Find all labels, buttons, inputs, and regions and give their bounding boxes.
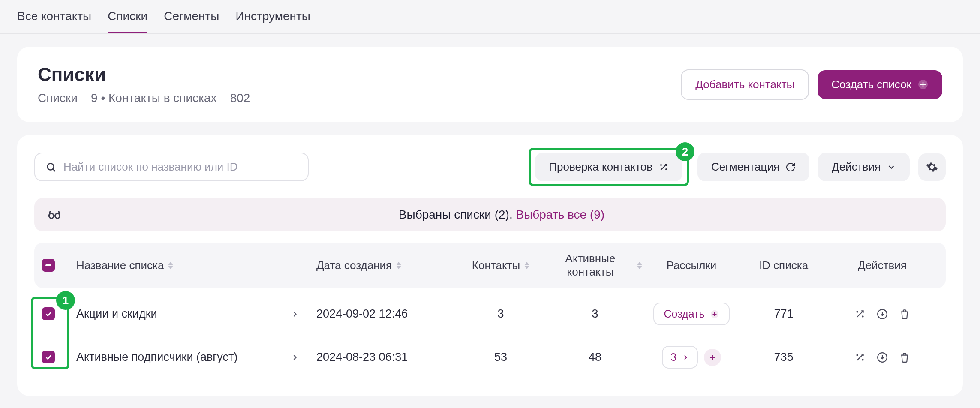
gear-icon <box>926 161 938 173</box>
row-contacts: 53 <box>454 351 548 364</box>
svg-point-16 <box>857 311 857 312</box>
download-icon[interactable] <box>877 352 888 363</box>
col-id-label: ID списка <box>759 259 808 272</box>
magic-wand-icon[interactable] <box>854 352 866 363</box>
lists-table: Название списка Дата создания Контакты <box>34 243 946 379</box>
row-active: 3 <box>548 307 642 321</box>
segmentation-label: Сегментация <box>711 160 779 174</box>
sort-icon <box>168 262 173 269</box>
svg-marker-14 <box>637 266 642 269</box>
page-header: Списки Списки – 9 • Контакты в списках –… <box>17 47 963 122</box>
search-icon <box>45 162 57 173</box>
row-name[interactable]: Активные подписчики (август) <box>76 351 237 364</box>
col-actions-label: Действия <box>858 259 907 272</box>
col-active[interactable]: Активные контакты <box>548 252 642 279</box>
row-active: 48 <box>548 351 642 364</box>
row-checkbox[interactable] <box>42 351 55 363</box>
chevron-right-icon[interactable] <box>291 310 299 318</box>
plus-circle-icon <box>710 309 719 319</box>
row-created: 2024-08-23 06:31 <box>316 351 454 364</box>
svg-marker-12 <box>524 266 529 269</box>
col-contacts[interactable]: Контакты <box>454 259 548 272</box>
row-id: 735 <box>741 351 827 364</box>
tab-tools[interactable]: Инструменты <box>235 9 310 33</box>
add-campaign-button[interactable] <box>704 349 721 366</box>
svg-marker-10 <box>396 266 401 269</box>
tab-segments[interactable]: Сегменты <box>164 9 219 33</box>
select-all-link[interactable]: Выбрать все (9) <box>516 208 604 221</box>
page-subtitle: Списки – 9 • Контакты в списках – 802 <box>38 91 250 105</box>
create-list-label: Создать список <box>831 78 911 91</box>
plus-icon <box>708 353 717 362</box>
table-row: Акции и скидки 2024-09-02 12:46 3 3 Созд… <box>34 292 946 336</box>
col-contacts-label: Контакты <box>472 259 520 272</box>
svg-point-1 <box>47 163 54 170</box>
chevron-right-icon[interactable] <box>291 353 299 362</box>
row-id: 771 <box>741 307 827 321</box>
svg-line-2 <box>53 169 55 171</box>
glasses-icon <box>47 207 62 222</box>
col-campaigns: Рассылки <box>642 259 741 272</box>
chevron-down-icon <box>887 162 896 172</box>
check-contacts-label: Проверка контактов <box>549 160 652 174</box>
segmentation-button[interactable]: Сегментация <box>697 153 809 181</box>
plus-circle-icon <box>917 79 929 90</box>
col-name[interactable]: Название списка <box>76 259 316 272</box>
svg-marker-13 <box>637 262 642 265</box>
sort-icon <box>637 262 642 269</box>
callout-2-badge: 2 <box>676 142 694 161</box>
svg-point-4 <box>666 169 667 170</box>
magic-wand-icon[interactable] <box>854 309 866 320</box>
create-campaign-label: Создать <box>664 308 704 320</box>
trash-icon[interactable] <box>899 352 910 363</box>
row-checkbox[interactable] <box>42 307 55 320</box>
page-title: Списки <box>38 64 250 85</box>
col-name-label: Название списка <box>76 259 164 272</box>
row-created: 2024-09-02 12:46 <box>316 307 454 321</box>
svg-point-20 <box>862 359 863 360</box>
table-row: Активные подписчики (август) 2024-08-23 … <box>34 336 946 379</box>
col-created[interactable]: Дата создания <box>316 259 454 272</box>
toolbar: 2 Проверка контактов Сегментация Действи… <box>34 148 946 186</box>
svg-marker-8 <box>168 266 173 269</box>
callout-2: 2 Проверка контактов <box>529 148 689 186</box>
create-list-button[interactable]: Создать список <box>818 70 942 99</box>
col-created-label: Дата создания <box>316 259 392 272</box>
tab-lists[interactable]: Списки <box>108 9 147 33</box>
tab-all-contacts[interactable]: Все контакты <box>17 9 91 33</box>
magic-wand-icon <box>658 162 669 172</box>
table-body: 1 Акции и скидки 2024-09-02 12:46 3 3 <box>34 292 946 379</box>
sort-icon <box>396 262 401 269</box>
row-name[interactable]: Акции и скидки <box>76 307 157 321</box>
download-icon[interactable] <box>877 309 888 320</box>
add-contacts-button[interactable]: Добавить контакты <box>681 69 809 100</box>
col-actions: Действия <box>827 259 938 272</box>
sort-icon <box>524 262 529 269</box>
refresh-icon <box>785 162 796 172</box>
col-campaigns-label: Рассылки <box>667 259 717 272</box>
actions-dropdown[interactable]: Действия <box>818 153 910 181</box>
check-contacts-button[interactable]: Проверка контактов <box>535 153 682 181</box>
svg-point-19 <box>857 354 857 355</box>
svg-point-17 <box>862 316 863 317</box>
selection-text: Выбраны списки (2). <box>399 208 513 221</box>
campaigns-count-pill[interactable]: 3 <box>662 346 698 369</box>
col-id: ID списка <box>741 259 827 272</box>
chevron-right-icon <box>682 354 689 361</box>
svg-marker-11 <box>524 262 529 265</box>
select-all-checkbox[interactable] <box>42 259 55 272</box>
svg-marker-9 <box>396 262 401 265</box>
search-container <box>34 153 309 181</box>
table-header: Название списка Дата создания Контакты <box>34 243 946 288</box>
row-contacts: 3 <box>454 307 548 321</box>
campaigns-count-label: 3 <box>670 351 676 363</box>
selection-banner: Выбраны списки (2). Выбрать все (9) <box>34 198 946 231</box>
svg-point-3 <box>661 165 661 165</box>
actions-label: Действия <box>832 160 881 174</box>
create-campaign-pill[interactable]: Создать <box>653 303 729 325</box>
trash-icon[interactable] <box>899 309 910 320</box>
search-input[interactable] <box>63 160 298 174</box>
settings-button[interactable] <box>918 153 946 181</box>
content-panel: 2 Проверка контактов Сегментация Действи… <box>17 135 963 396</box>
col-active-label: Активные контакты <box>548 252 633 279</box>
